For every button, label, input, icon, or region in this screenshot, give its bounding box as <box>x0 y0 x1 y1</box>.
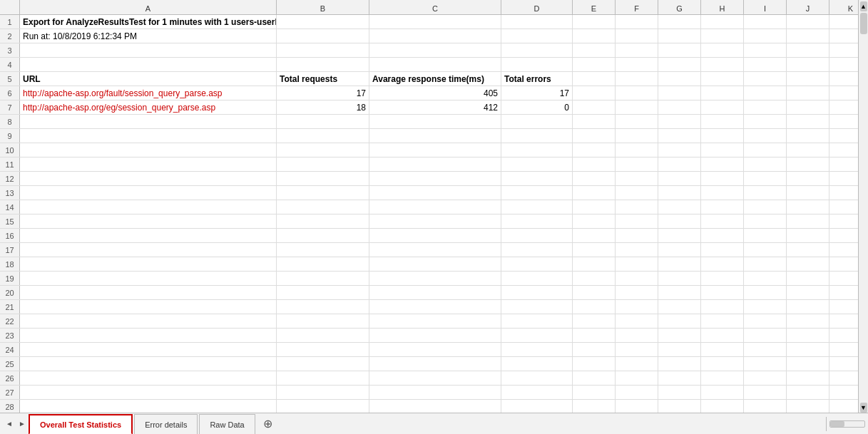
cell-23-G[interactable] <box>658 329 701 342</box>
cell-20-I[interactable] <box>744 286 787 299</box>
cell-5-F[interactable] <box>616 72 658 86</box>
cell-18-K[interactable] <box>829 257 858 271</box>
cell-6-J[interactable] <box>787 86 829 100</box>
cell-3-I[interactable] <box>744 43 787 57</box>
cell-8-I[interactable] <box>744 115 787 128</box>
cell-9-G[interactable] <box>658 129 701 143</box>
cell-1-C[interactable] <box>369 15 501 29</box>
cell-21-C[interactable] <box>369 300 501 314</box>
cell-20-D[interactable] <box>501 286 573 299</box>
cell-16-G[interactable] <box>658 229 701 242</box>
cell-20-F[interactable] <box>616 286 658 299</box>
cell-13-G[interactable] <box>658 186 701 200</box>
cell-13-I[interactable] <box>744 186 787 200</box>
cell-7-H[interactable] <box>701 100 744 114</box>
cell-3-H[interactable] <box>701 43 744 57</box>
cell-24-K[interactable] <box>829 343 858 356</box>
cell-14-G[interactable] <box>658 200 701 214</box>
cell-3-E[interactable] <box>573 43 616 57</box>
cell-5-D[interactable]: Total errors <box>501 72 573 86</box>
cell-17-K[interactable] <box>829 243 858 257</box>
cell-12-B[interactable] <box>277 172 369 185</box>
cell-8-H[interactable] <box>701 115 744 128</box>
cell-10-E[interactable] <box>573 143 616 157</box>
cell-23-B[interactable] <box>277 329 369 342</box>
cell-11-B[interactable] <box>277 157 369 171</box>
cell-26-D[interactable] <box>501 371 573 385</box>
cell-8-G[interactable] <box>658 115 701 128</box>
cell-17-F[interactable] <box>616 243 658 257</box>
cell-22-H[interactable] <box>701 314 744 328</box>
cell-12-G[interactable] <box>658 172 701 185</box>
cell-26-A[interactable] <box>20 371 277 385</box>
cell-18-J[interactable] <box>787 257 829 271</box>
table-row[interactable]: 3 <box>0 43 858 58</box>
cell-21-K[interactable] <box>829 300 858 314</box>
cell-28-H[interactable] <box>701 400 744 413</box>
cell-21-D[interactable] <box>501 300 573 314</box>
cell-10-A[interactable] <box>20 143 277 157</box>
cell-22-J[interactable] <box>787 314 829 328</box>
cell-2-F[interactable] <box>616 29 658 43</box>
cell-14-F[interactable] <box>616 200 658 214</box>
cell-20-J[interactable] <box>787 286 829 299</box>
cell-19-C[interactable] <box>369 272 501 285</box>
cell-1-H[interactable] <box>701 15 744 29</box>
cell-6-H[interactable] <box>701 86 744 100</box>
cell-17-J[interactable] <box>787 243 829 257</box>
cell-5-E[interactable] <box>573 72 616 86</box>
cell-10-D[interactable] <box>501 143 573 157</box>
cell-15-H[interactable] <box>701 215 744 228</box>
cell-11-G[interactable] <box>658 157 701 171</box>
cell-19-J[interactable] <box>787 272 829 285</box>
cell-18-B[interactable] <box>277 257 369 271</box>
table-row[interactable]: 19 <box>0 272 858 286</box>
table-row[interactable]: 14 <box>0 200 858 215</box>
cell-23-H[interactable] <box>701 329 744 342</box>
cell-12-E[interactable] <box>573 172 616 185</box>
cell-12-K[interactable] <box>829 172 858 185</box>
cell-10-K[interactable] <box>829 143 858 157</box>
cell-26-G[interactable] <box>658 371 701 385</box>
cell-27-B[interactable] <box>277 386 369 399</box>
cell-3-D[interactable] <box>501 43 573 57</box>
cell-27-E[interactable] <box>573 386 616 399</box>
table-row[interactable]: 18 <box>0 257 858 272</box>
cell-18-G[interactable] <box>658 257 701 271</box>
cell-11-E[interactable] <box>573 157 616 171</box>
cell-10-B[interactable] <box>277 143 369 157</box>
cell-7-J[interactable] <box>787 100 829 114</box>
cell-18-I[interactable] <box>744 257 787 271</box>
cell-1-K[interactable] <box>829 15 858 29</box>
cell-9-D[interactable] <box>501 129 573 143</box>
cell-28-J[interactable] <box>787 400 829 413</box>
cell-24-I[interactable] <box>744 343 787 356</box>
cell-27-C[interactable] <box>369 386 501 399</box>
cell-25-K[interactable] <box>829 357 858 371</box>
cell-12-F[interactable] <box>616 172 658 185</box>
cell-15-D[interactable] <box>501 215 573 228</box>
add-sheet-button[interactable]: ⊕ <box>260 413 277 434</box>
cell-27-D[interactable] <box>501 386 573 399</box>
cell-18-A[interactable] <box>20 257 277 271</box>
cell-15-B[interactable] <box>277 215 369 228</box>
cell-18-H[interactable] <box>701 257 744 271</box>
cell-12-D[interactable] <box>501 172 573 185</box>
cell-7-A[interactable]: http://apache-asp.org/eg/session_query_p… <box>20 100 277 114</box>
cell-16-K[interactable] <box>829 229 858 242</box>
cell-13-F[interactable] <box>616 186 658 200</box>
cell-22-B[interactable] <box>277 314 369 328</box>
cell-15-J[interactable] <box>787 215 829 228</box>
cell-15-K[interactable] <box>829 215 858 228</box>
cell-13-B[interactable] <box>277 186 369 200</box>
cell-28-B[interactable] <box>277 400 369 413</box>
cell-4-H[interactable] <box>701 58 744 71</box>
cell-19-F[interactable] <box>616 272 658 285</box>
col-header-d[interactable]: D <box>501 0 573 14</box>
table-row[interactable]: 8 <box>0 115 858 129</box>
cell-1-B[interactable] <box>277 15 369 29</box>
cell-27-F[interactable] <box>616 386 658 399</box>
cell-9-I[interactable] <box>744 129 787 143</box>
cell-21-A[interactable] <box>20 300 277 314</box>
cell-1-J[interactable] <box>787 15 829 29</box>
